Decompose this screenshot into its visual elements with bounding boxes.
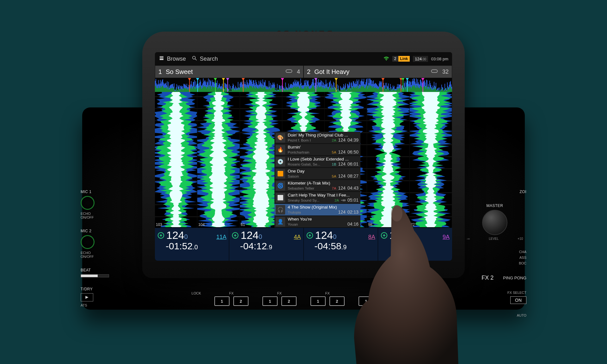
svg-rect-537 [319, 83, 319, 87]
deck-key[interactable]: 11A [216, 234, 226, 240]
sync-icon[interactable] [157, 232, 164, 240]
svg-rect-779 [395, 89, 396, 90]
search-button[interactable]: Search [192, 55, 218, 63]
svg-rect-297 [247, 82, 248, 87]
mic1-knob[interactable] [81, 196, 95, 210]
svg-rect-251 [233, 84, 233, 88]
master-bpm[interactable]: 124.00 [413, 56, 428, 62]
svg-rect-277 [241, 83, 242, 88]
svg-rect-223 [224, 89, 224, 91]
deck-key[interactable]: 4A [294, 234, 301, 240]
mic2-label: MIC 2 [81, 229, 92, 233]
browser-track-row[interactable]: ⬜ Can't Help The Way That I Fee... Sneak… [274, 192, 360, 204]
loop-icon[interactable] [285, 68, 293, 76]
svg-rect-85 [180, 86, 181, 89]
svg-rect-179 [210, 80, 211, 86]
svg-rect-657 [357, 80, 357, 86]
svg-rect-787 [398, 87, 398, 89]
sync-icon[interactable] [232, 232, 239, 240]
svg-rect-77 [178, 85, 178, 89]
level-max-label: +10 [518, 237, 523, 240]
waveform-lane-1[interactable]: 103 [155, 92, 197, 228]
svg-marker-0 [85, 296, 89, 299]
svg-rect-709 [373, 80, 374, 86]
deck-footer-1[interactable]: 1240 11A -01:52.0 [155, 228, 229, 261]
waveform-overview[interactable] [155, 78, 452, 92]
svg-rect-69 [175, 90, 176, 91]
deck-header-1[interactable]: 1 So Sweet 4 [155, 65, 304, 78]
svg-rect-213 [221, 87, 221, 89]
svg-rect-509 [310, 85, 310, 88]
svg-rect-249 [232, 86, 233, 89]
fx-button-2[interactable]: 2 [281, 296, 297, 306]
fx-button-1[interactable]: 1 [262, 296, 278, 306]
svg-rect-347 [263, 85, 264, 88]
svg-rect-51 [169, 86, 170, 89]
browser-track-row[interactable]: 🎧 4 The Show (Original Mix) Trutopia 124… [274, 204, 360, 216]
album-art: ⬜ [276, 193, 285, 203]
svg-rect-517 [312, 79, 313, 86]
svg-rect-241 [230, 91, 230, 92]
lane-label: 98 [368, 222, 372, 227]
browser-track-row[interactable]: 🌀 Kilometer (A-Trak Mix) Sebastien Telli… [274, 180, 360, 192]
sync-icon[interactable] [381, 232, 388, 240]
mic2-knob[interactable] [81, 235, 95, 249]
master-knob[interactable] [482, 210, 507, 235]
svg-rect-541 [320, 82, 321, 87]
deck-key[interactable]: 8A [368, 234, 375, 240]
svg-rect-565 [328, 87, 328, 89]
deck-title: Got It Heavy [314, 68, 426, 76]
deck-footer-2[interactable]: 1240 4A -04:12.9 [229, 228, 304, 261]
fx-button-2[interactable]: 2 [377, 296, 393, 306]
browser-track-row[interactable]: 👤 When You're Youan 04:16 [274, 216, 360, 228]
beat-slider[interactable] [81, 274, 109, 277]
svg-rect-927 [442, 87, 443, 90]
fx-button-2[interactable]: 2 [233, 296, 248, 306]
browser-track-row[interactable]: 🔥 Burnin' Pontchartrain 5A 124 06:50 [274, 144, 360, 156]
mic1-echo-label: ECHO ON/OFF [81, 212, 94, 219]
deck-header-2[interactable]: 2 Got It Heavy 32 [304, 65, 452, 78]
waveform-area[interactable]: 103 104 61 iCue 8 98 22 🎨 Doin' My Thing… [155, 92, 452, 228]
svg-rect-19 [159, 83, 160, 88]
loop-icon[interactable] [430, 68, 438, 76]
svg-rect-691 [367, 86, 368, 89]
waveform-lane-7[interactable]: 22 [410, 92, 452, 228]
svg-rect-141 [198, 84, 199, 88]
svg-rect-317 [254, 81, 254, 86]
waveform-lane-2[interactable]: 104 [197, 92, 240, 228]
fx-button-1[interactable]: 1 [214, 296, 230, 306]
svg-rect-523 [314, 86, 315, 89]
svg-rect-727 [379, 83, 379, 88]
browser-track-row[interactable]: 💿 I Love (Sebb Junior Extended ... Rosar… [274, 156, 360, 168]
svg-rect-683 [365, 84, 365, 88]
fx-button-1[interactable]: 1 [359, 296, 374, 306]
deck-number: 1 [158, 68, 162, 76]
svg-rect-931 [443, 91, 444, 91]
deck-key[interactable]: 9A [443, 234, 450, 240]
svg-rect-799 [402, 86, 402, 89]
browse-button[interactable]: Browse [159, 55, 186, 63]
deck-footer-3[interactable]: 1240 8A -04:58.9 [304, 228, 378, 261]
track-artist: Pontchartrain [288, 150, 330, 154]
browser-track-row[interactable]: 🟧 One Day Saison 5A 124 08:27 [274, 168, 360, 180]
svg-rect-603 [340, 91, 340, 91]
svg-rect-559 [326, 80, 326, 86]
link-badge[interactable]: 2 Link [392, 56, 410, 62]
fx-button-2[interactable]: 2 [329, 296, 345, 306]
svg-rect-597 [338, 89, 338, 91]
svg-rect-247 [231, 88, 232, 90]
svg-rect-387 [276, 88, 276, 90]
track-key: 1B [332, 162, 336, 166]
browse-label: Browse [167, 56, 186, 62]
svg-rect-751 [386, 83, 387, 87]
screen-bezel: Browse Search 2 Link [142, 32, 465, 278]
svg-rect-49 [169, 88, 169, 90]
waveform-lane-6[interactable]: 98 [367, 92, 409, 228]
svg-rect-581 [333, 88, 333, 90]
touchscreen[interactable]: Browse Search 2 Link [155, 52, 452, 261]
deck-footer-4[interactable]: 1240 9A [378, 228, 452, 261]
svg-rect-929 [443, 88, 443, 90]
sync-icon[interactable] [306, 232, 313, 240]
fx-button-1[interactable]: 1 [310, 296, 326, 306]
browser-track-row[interactable]: 🎨 Doin' My Thing (Original Club ... Pezn… [274, 132, 360, 144]
